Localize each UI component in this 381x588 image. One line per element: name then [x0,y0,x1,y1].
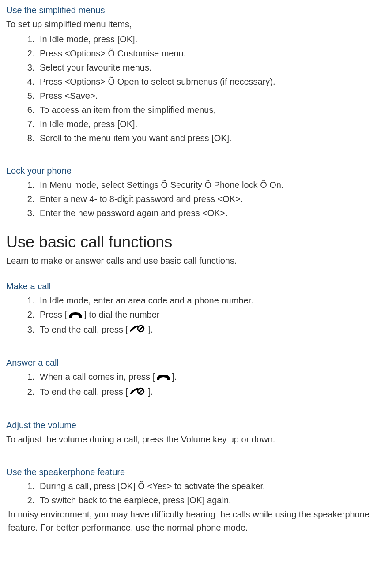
section-title-speakerphone: Use the speakerphone feature [6,465,375,479]
step-text: ]. [172,372,177,382]
list-item: To access an item from the simplified me… [37,103,375,116]
heading-basic-call-functions: Use basic call functions [6,230,375,254]
svg-line-3 [139,389,143,393]
list-item: Enter the new password again and press <… [37,206,375,220]
list-item: When a call comes in, press []. [37,370,375,384]
section-title-lock-phone: Lock your phone [6,164,375,177]
step-text: To end the call, press [ [40,325,128,334]
steps-lock-phone: In Menu mode, select Settings Õ Security… [6,178,375,220]
list-item: Scroll to the menu item you want and pre… [37,131,375,145]
steps-answer-call: When a call comes in, press []. To end t… [6,370,375,399]
step-text: ]. [146,387,153,397]
list-item: To switch back to the earpiece, press [O… [37,494,375,507]
list-item: Press [] to dial the number [37,308,375,322]
step-text: To end the call, press [ [40,387,128,397]
list-item: Press <Options> Õ Customise menu. [37,47,375,60]
end-call-key-icon [129,386,145,399]
list-item: To end the call, press [ ]. [37,385,375,399]
text-adjust-volume: To adjust the volume during a call, pres… [6,433,375,446]
end-call-key-icon [129,323,145,337]
list-item: In Menu mode, select Settings Õ Security… [37,178,375,191]
list-item: In Idle mode, enter an area code and a p… [37,294,375,307]
section-title-simplified-menus: Use the simplified menus [6,4,375,17]
list-item: During a call, press [OK] Õ <Yes> to act… [37,479,375,493]
note-speakerphone: In noisy environment, you may have diffi… [8,508,375,534]
list-item: In Idle mode, press [OK]. [37,33,375,46]
list-item: To end the call, press [ ]. [37,323,375,337]
list-item: In Idle mode, press [OK]. [37,117,375,131]
list-item: Enter a new 4- to 8-digit password and p… [37,192,375,206]
svg-line-1 [139,326,143,331]
step-text: ]. [146,325,153,334]
section-title-make-call: Make a call [6,280,375,293]
list-item: Select your favourite menus. [37,61,375,74]
section-title-answer-call: Answer a call [6,356,375,369]
step-text: ] to dial the number [84,310,159,319]
intro-simplified-menus: To set up simplified menu items, [6,18,375,31]
call-key-icon [68,309,83,322]
section-title-adjust-volume: Adjust the volume [6,419,375,432]
intro-basic-calls: Learn to make or answer calls and use ba… [6,254,375,267]
steps-make-call: In Idle mode, enter an area code and a p… [6,294,375,337]
steps-speakerphone: During a call, press [OK] Õ <Yes> to act… [6,479,375,507]
call-key-icon [156,371,171,384]
list-item: Press <Options> Õ Open to select submenu… [37,75,375,88]
steps-simplified-menus: In Idle mode, press [OK]. Press <Options… [6,33,375,145]
step-text: When a call comes in, press [ [40,372,155,382]
step-text: Press [ [40,310,67,319]
list-item: Press <Save>. [37,89,375,102]
